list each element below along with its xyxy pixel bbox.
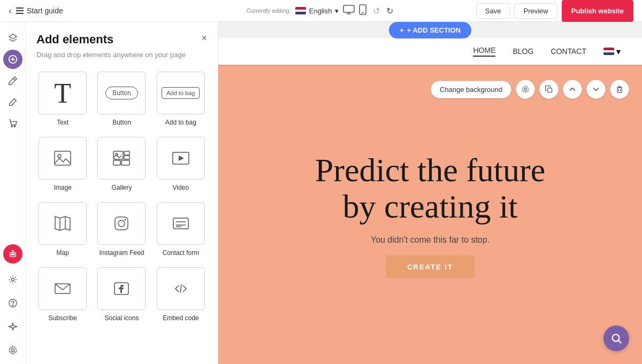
embed-code-element-label: Embed code [163, 314, 198, 322]
preview-button[interactable]: Preview [514, 3, 557, 19]
instagram-element-icon [97, 202, 146, 245]
hero-section: Predict the future by creating it You di… [218, 65, 642, 364]
element-subscribe[interactable]: Subscribe [36, 265, 89, 324]
element-add-to-bag[interactable]: Add to bag Add to bag [155, 69, 207, 128]
svg-point-18 [12, 305, 13, 305]
layers-button[interactable] [3, 28, 22, 48]
svg-point-13 [11, 254, 12, 255]
start-guide-button[interactable]: Start guide [16, 6, 63, 15]
nav-home[interactable]: HOME [473, 46, 495, 57]
svg-rect-22 [113, 151, 123, 159]
element-contact-form[interactable]: Contact form [155, 200, 207, 259]
plus-icon: + [400, 26, 404, 34]
instagram-element-label: Instagram Feed [99, 249, 144, 257]
gear-bottom-button[interactable] [3, 340, 22, 360]
chevron-down-icon: ▾ [335, 7, 339, 15]
add-elements-button[interactable] [3, 50, 22, 69]
add-section-bar: + + ADD SECTION [218, 22, 642, 38]
map-element-icon [39, 202, 87, 245]
section-duplicate-button[interactable] [539, 80, 559, 99]
mobile-view-button[interactable] [359, 4, 366, 17]
add-to-bag-preview: Add to bag [162, 87, 200, 99]
element-text[interactable]: T Text [36, 69, 89, 128]
svg-rect-24 [124, 156, 129, 159]
flag-icon [295, 7, 306, 14]
hamburger-icon [16, 7, 24, 14]
language-selector[interactable]: English ▾ [295, 7, 339, 15]
svg-marker-5 [9, 34, 16, 39]
svg-rect-36 [173, 218, 188, 229]
text-element-label: Text [57, 119, 68, 126]
gallery-element-label: Gallery [111, 184, 132, 191]
section-move-down-button[interactable] [586, 80, 606, 99]
start-guide-label: Start guide [27, 6, 63, 15]
svg-rect-45 [617, 88, 622, 93]
svg-rect-44 [548, 88, 552, 92]
left-icon-bar [0, 22, 26, 364]
nav-flag-icon [603, 48, 614, 55]
contact-form-element-icon [157, 202, 205, 245]
contact-form-element-label: Contact form [162, 249, 199, 257]
undo-button[interactable]: ↺ [371, 4, 382, 18]
svg-marker-29 [179, 156, 184, 161]
add-to-bag-element-icon: Add to bag [157, 72, 205, 114]
section-move-up-button[interactable] [563, 80, 582, 99]
desktop-view-button[interactable] [343, 5, 355, 17]
svg-line-9 [13, 79, 15, 81]
panel-subtitle: Drag and drop elements anywhere on your … [36, 51, 207, 59]
section-settings-button[interactable] [516, 80, 535, 99]
svg-point-35 [125, 219, 126, 221]
topbar-center: Currently editing: English ▾ ↺ [219, 4, 423, 18]
add-section-label: + ADD SECTION [407, 26, 461, 34]
help-button[interactable] [3, 293, 22, 313]
add-section-button[interactable]: + + ADD SECTION [389, 22, 471, 38]
image-element-icon [39, 137, 87, 180]
currently-editing-label: Currently editing: [247, 7, 291, 14]
section-toolbar: Change background [431, 80, 629, 99]
search-fab-button[interactable] [603, 326, 629, 351]
text-element-icon: T [39, 72, 87, 114]
element-image[interactable]: Image [36, 135, 89, 193]
add-to-bag-element-label: Add to bag [165, 119, 196, 126]
element-instagram-feed[interactable]: Instagram Feed [95, 200, 148, 259]
svg-point-48 [613, 335, 620, 342]
nav-language-selector[interactable]: ▾ [603, 47, 621, 57]
edit-button[interactable] [3, 92, 22, 112]
nav-contact[interactable]: CONTACT [551, 47, 586, 56]
svg-point-19 [11, 348, 14, 351]
element-map[interactable]: Map [36, 200, 89, 259]
element-social-icons[interactable]: Social icons [95, 265, 148, 324]
svg-rect-33 [115, 217, 128, 230]
button-element-icon: Button [97, 72, 146, 114]
element-embed-code[interactable]: Embed code [155, 265, 207, 324]
topbar-right: Save Preview Publish website [430, 0, 633, 22]
pen-tool-button[interactable] [3, 71, 22, 90]
element-button[interactable]: Button Button [95, 69, 148, 128]
topbar-left: ‹ Start guide [9, 5, 212, 17]
svg-rect-23 [124, 151, 129, 155]
panel-close-button[interactable]: × [201, 33, 207, 44]
hero-cta-button[interactable]: CREATE IT [386, 255, 475, 278]
ai-magic-button[interactable] [3, 317, 22, 336]
undo-redo-controls: ↺ ↻ [371, 4, 395, 18]
settings-button[interactable] [3, 270, 22, 289]
nav-blog[interactable]: BLOG [513, 47, 533, 56]
ai-tools-button[interactable] [3, 244, 22, 264]
svg-line-49 [618, 340, 621, 343]
element-video[interactable]: Video [155, 135, 207, 193]
cart-button[interactable] [3, 114, 22, 133]
svg-rect-0 [343, 5, 354, 12]
language-label: English [309, 7, 332, 15]
hero-headline-line1: Predict the future [315, 152, 545, 188]
section-delete-button[interactable] [610, 80, 629, 99]
save-button[interactable]: Save [476, 3, 510, 19]
redo-button[interactable]: ↻ [384, 4, 395, 18]
back-button[interactable]: ‹ [9, 5, 12, 17]
publish-button[interactable]: Publish website [562, 0, 633, 22]
hero-subtext: You didn't come this far to stop. [371, 235, 490, 245]
change-background-button[interactable]: Change background [431, 81, 511, 98]
svg-point-16 [11, 278, 14, 281]
canvas-area: + + ADD SECTION HOME BLOG CONTACT ▾ Chan… [218, 22, 642, 364]
element-gallery[interactable]: Gallery [95, 135, 148, 193]
svg-rect-26 [121, 160, 129, 165]
